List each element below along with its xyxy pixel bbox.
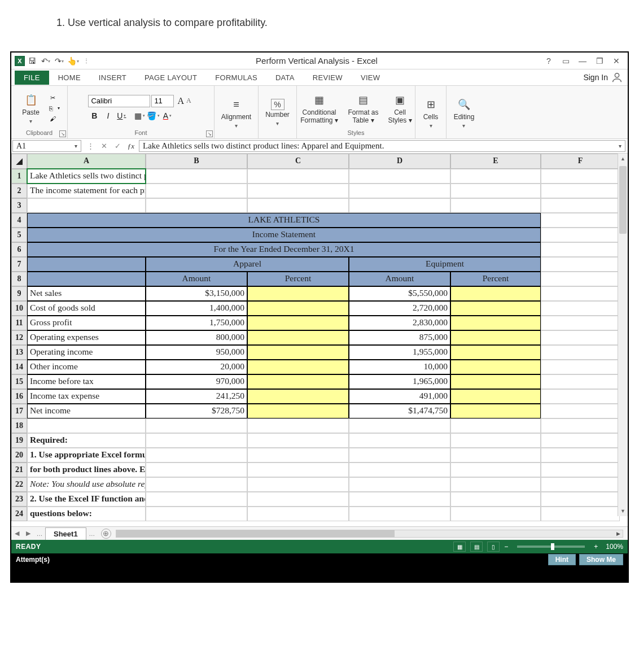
cell-a12[interactable]: Operating expenses: [27, 330, 146, 345]
cell-title-company[interactable]: LAKE ATHLETICS: [27, 213, 541, 228]
row-header[interactable]: 3: [11, 198, 27, 213]
cell-b8[interactable]: Amount: [146, 272, 247, 286]
cell[interactable]: [541, 374, 620, 389]
cell[interactable]: [247, 462, 349, 477]
cell[interactable]: [541, 389, 620, 404]
cell-e9[interactable]: [450, 286, 541, 301]
cell-a21[interactable]: for both product lines above. Express ea…: [27, 462, 146, 477]
cell-b9[interactable]: $3,150,000: [146, 286, 247, 301]
grow-font-icon[interactable]: A: [177, 96, 184, 106]
row-header[interactable]: 24: [11, 507, 27, 521]
cell-a24[interactable]: questions below:: [27, 507, 146, 521]
cell[interactable]: [247, 492, 349, 507]
cell[interactable]: [349, 169, 450, 184]
cell[interactable]: [450, 198, 541, 213]
font-launcher[interactable]: ↘: [206, 130, 213, 137]
row-header[interactable]: 21: [11, 462, 27, 477]
cell-d12[interactable]: 875,000: [349, 330, 450, 345]
cell-e12[interactable]: [450, 330, 541, 345]
row-header[interactable]: 19: [11, 433, 27, 448]
cell-d8[interactable]: Amount: [349, 272, 450, 286]
sheet-tab-sheet1[interactable]: Sheet1: [45, 527, 86, 540]
cell-d14[interactable]: 10,000: [349, 360, 450, 374]
row-header[interactable]: 7: [11, 257, 27, 272]
tab-page-layout[interactable]: PAGE LAYOUT: [135, 71, 206, 85]
vertical-scrollbar[interactable]: ▲ ▼: [618, 154, 628, 516]
minimize-button[interactable]: —: [575, 55, 590, 67]
clipboard-launcher[interactable]: ↘: [59, 130, 66, 137]
cell-a14[interactable]: Other income: [27, 360, 146, 374]
number-button[interactable]: % Number ▾: [262, 98, 293, 127]
cell[interactable]: [146, 507, 247, 521]
cell-b14[interactable]: 20,000: [146, 360, 247, 374]
cells-button[interactable]: ⊞ Cells ▾: [419, 95, 442, 129]
redo-button[interactable]: ↷: [53, 55, 65, 67]
cell[interactable]: [247, 418, 349, 433]
scroll-down-icon[interactable]: ▼: [618, 506, 628, 516]
font-name-input[interactable]: [88, 95, 150, 107]
cell-d10[interactable]: 2,720,000: [349, 301, 450, 316]
hint-button[interactable]: Hint: [548, 554, 576, 565]
cell[interactable]: [541, 360, 620, 374]
cell-c16[interactable]: [247, 389, 349, 404]
select-all-corner[interactable]: ◢: [11, 154, 27, 169]
save-icon[interactable]: 🖫: [26, 55, 38, 67]
cell[interactable]: [27, 272, 146, 286]
cell[interactable]: [349, 433, 450, 448]
sheet-nav-next[interactable]: ▶: [23, 530, 34, 537]
horizontal-scrollbar[interactable]: ◀ ▶: [116, 530, 623, 538]
cell[interactable]: [541, 316, 620, 330]
alignment-button[interactable]: ≡ Alignment ▾: [218, 95, 255, 129]
close-button[interactable]: ✕: [609, 55, 624, 67]
cell[interactable]: [541, 507, 620, 521]
row-header[interactable]: 4: [11, 213, 27, 228]
cell[interactable]: [146, 448, 247, 462]
cell-a22[interactable]: Note: You should use absolute references…: [27, 477, 146, 492]
cell[interactable]: [450, 462, 541, 477]
worksheet[interactable]: ◢ A B C D E F 1 Lake Athletics sells two…: [11, 154, 628, 526]
underline-button[interactable]: U▾: [115, 110, 128, 122]
format-painter-icon[interactable]: 🖌: [48, 114, 58, 123]
cell[interactable]: [541, 330, 620, 345]
cell[interactable]: [247, 198, 349, 213]
cell[interactable]: [247, 448, 349, 462]
format-as-table-button[interactable]: ▤ Format as Table ▾: [344, 91, 383, 125]
cell-a17[interactable]: Net income: [27, 404, 146, 418]
cell-a13[interactable]: Operating income: [27, 345, 146, 360]
cell[interactable]: [27, 257, 146, 272]
add-sheet-button[interactable]: ⊕: [101, 529, 111, 539]
cell-b11[interactable]: 1,750,000: [146, 316, 247, 330]
cell-apparel-header[interactable]: Apparel: [146, 257, 349, 272]
cell-c8[interactable]: Percent: [247, 272, 349, 286]
cell[interactable]: [541, 169, 620, 184]
cell-a15[interactable]: Income before tax: [27, 374, 146, 389]
cell[interactable]: [541, 404, 620, 418]
col-header-D[interactable]: D: [349, 154, 450, 169]
cell[interactable]: [541, 286, 620, 301]
cell-c11[interactable]: [247, 316, 349, 330]
zoom-out-button[interactable]: −: [504, 543, 508, 551]
cell-a16[interactable]: Income tax expense: [27, 389, 146, 404]
tab-formulas[interactable]: FORMULAS: [206, 71, 266, 85]
insert-function-button[interactable]: ƒx: [125, 142, 137, 151]
cell-a10[interactable]: Cost of goods sold: [27, 301, 146, 316]
tab-data[interactable]: DATA: [266, 71, 304, 85]
cell-b15[interactable]: 970,000: [146, 374, 247, 389]
cell-e17[interactable]: [450, 404, 541, 418]
row-header[interactable]: 22: [11, 477, 27, 492]
cell-a20[interactable]: 1. Use appropriate Excel formulas to per…: [27, 448, 146, 462]
cell[interactable]: [146, 462, 247, 477]
cell-c14[interactable]: [247, 360, 349, 374]
scroll-up-icon[interactable]: ▲: [618, 154, 628, 164]
sheet-nav-more2[interactable]: …: [86, 530, 98, 537]
cell-b13[interactable]: 950,000: [146, 345, 247, 360]
tab-file[interactable]: FILE: [15, 71, 49, 85]
undo-button[interactable]: ↶: [40, 55, 52, 67]
cell-d13[interactable]: 1,955,000: [349, 345, 450, 360]
help-button[interactable]: ?: [541, 55, 557, 67]
row-header[interactable]: 14: [11, 360, 27, 374]
tab-review[interactable]: REVIEW: [304, 71, 352, 85]
col-header-A[interactable]: A: [27, 154, 146, 169]
row-header[interactable]: 23: [11, 492, 27, 507]
cell-styles-button[interactable]: ▣ Cell Styles ▾: [384, 91, 416, 125]
